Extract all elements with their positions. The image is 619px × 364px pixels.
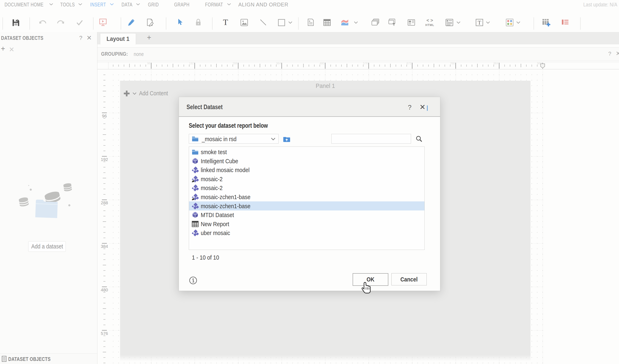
svg-text:576: 576 — [363, 62, 368, 65]
svg-text:288: 288 — [233, 62, 238, 65]
svg-text:< >: < > — [426, 18, 433, 23]
svg-text:288: 288 — [101, 200, 108, 205]
svg-text:192: 192 — [101, 157, 108, 162]
svg-text:480: 480 — [320, 62, 324, 65]
svg-text:T: T — [478, 19, 481, 26]
svg-text:480: 480 — [101, 287, 108, 292]
svg-text:96: 96 — [147, 62, 150, 65]
svg-text:96: 96 — [102, 113, 107, 118]
svg-text:T: T — [223, 17, 228, 27]
svg-text:576: 576 — [101, 331, 108, 336]
svg-text:672: 672 — [407, 62, 411, 65]
svg-text:192: 192 — [189, 62, 194, 65]
svg-text:768: 768 — [450, 62, 455, 65]
svg-text:384: 384 — [101, 244, 108, 249]
svg-text:384: 384 — [276, 62, 281, 65]
svg-text:864: 864 — [493, 62, 498, 65]
svg-text:HTML: HTML — [425, 23, 434, 27]
